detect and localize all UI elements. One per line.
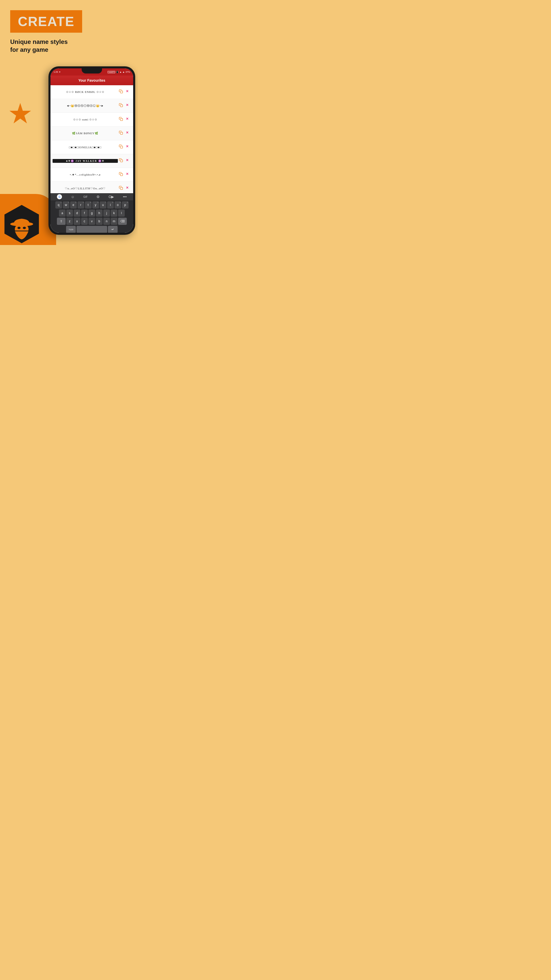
keyboard-row: q1w2e3r4t5y6u7i8o9p0 (52, 201, 132, 208)
delete-button[interactable] (125, 158, 131, 164)
list-item[interactable]: ◄•👑ⓂⒶⓃⒾⓂⒶⓁ👑•► (51, 99, 133, 113)
key-h[interactable]: h (96, 210, 103, 217)
list-item[interactable]: 🌿SÁM BØNEY🌿 (51, 127, 133, 140)
copy-button[interactable] (119, 186, 124, 191)
svg-rect-10 (121, 105, 123, 107)
key-j[interactable]: j (103, 210, 110, 217)
key-i[interactable]: i8 (107, 201, 114, 208)
phone-mockup: 1:25 ▾ VoWIFI 📳 ▲ ▲ 37% Your Favourites … (48, 66, 138, 240)
key-c[interactable]: c (81, 218, 88, 225)
star-decoration: ★ (8, 100, 33, 127)
fav-name-text: •.★*...crěighhtoN•.•.ø (52, 172, 118, 177)
gif-label[interactable]: GIF (83, 196, 88, 198)
svg-rect-7 (121, 91, 123, 93)
svg-rect-25 (121, 173, 123, 176)
status-time: 1:25 (54, 71, 58, 73)
fav-name-text: 🌿SÁM BØNEY🌿 (52, 130, 118, 136)
phone-notch (82, 68, 102, 73)
delete-button[interactable] (125, 89, 131, 95)
more-icon[interactable]: ••• (123, 195, 127, 199)
list-item[interactable]: ♣✳♒ JAY WALKER ♒✳ (51, 154, 133, 168)
fav-name-text: □■□■□IONELIA□■□■□ (52, 145, 118, 150)
phone-screen: 1:25 ▾ VoWIFI 📳 ▲ ▲ 37% Your Favourites … (51, 68, 133, 233)
key-a[interactable]: a (59, 210, 65, 217)
enter-key[interactable]: ↵ (108, 226, 118, 233)
fav-name-text: ✩☆✩ RØCK ENRØL ✩☆✩ (52, 89, 118, 95)
keyboard-row: asdfghjkl (52, 210, 132, 217)
phone-frame: 1:25 ▾ VoWIFI 📳 ▲ ▲ 37% Your Favourites … (48, 66, 135, 235)
key-k[interactable]: k (111, 210, 118, 217)
settings-icon[interactable]: ⚙ (97, 195, 100, 199)
list-item[interactable]: ♡o..oO♡LILLITH♡Oo..oO♡ (51, 182, 133, 192)
svg-rect-13 (121, 118, 123, 121)
symbol-key[interactable]: ?123 (66, 226, 76, 233)
delete-button[interactable] (125, 172, 131, 178)
favourites-list: ✩☆✩ RØCK ENRØL ✩☆✩◄•👑ⓂⒶⓃⒾⓂⒶⓁ👑•►✩☆✩ sumi … (51, 85, 133, 192)
app-logo (3, 204, 41, 242)
delete-button[interactable] (125, 117, 131, 123)
status-left: 1:25 ▾ (54, 71, 60, 73)
top-section: CREATE Unique name styles for any game (0, 0, 138, 61)
delete-button[interactable] (125, 130, 131, 136)
key-x[interactable]: x (74, 218, 80, 225)
backspace-key[interactable]: ⌫ (118, 218, 127, 225)
copy-button[interactable] (119, 158, 124, 164)
keyboard-rows: q1w2e3r4t5y6u7i8o9p0asdfghjkl⇧zxcvbnm⌫?1… (51, 200, 133, 233)
svg-rect-19 (121, 146, 123, 148)
key-q[interactable]: q1 (56, 201, 62, 208)
key-r[interactable]: r4 (78, 201, 84, 208)
app-header: Your Favourites (51, 76, 133, 85)
app-header-title: Your Favourites (78, 78, 105, 83)
list-item[interactable]: ✩☆✩ sumi ✩☆✩ (51, 113, 133, 127)
key-w[interactable]: w2 (63, 201, 69, 208)
svg-point-4 (17, 227, 21, 229)
wifi-icon: ▲ (119, 71, 122, 73)
key-d[interactable]: d (74, 210, 80, 217)
fav-name-text: ♡o..oO♡LILLITH♡Oo..oO♡ (52, 186, 118, 191)
list-item[interactable]: •.★*...crěighhtoN•.•.ø (51, 168, 133, 182)
key-v[interactable]: v (89, 218, 95, 225)
key-m[interactable]: m (111, 218, 118, 225)
key-o[interactable]: o9 (114, 201, 121, 208)
subtitle: Unique name styles for any game (10, 38, 127, 54)
key-s[interactable]: s (66, 210, 73, 217)
list-item[interactable]: ✩☆✩ RØCK ENRØL ✩☆✩ (51, 85, 133, 99)
svg-rect-22 (121, 160, 123, 162)
key-e[interactable]: e3 (70, 201, 77, 208)
key-f[interactable]: f (81, 210, 88, 217)
status-right: VoWIFI 📳 ▲ ▲ 37% (108, 71, 130, 73)
copy-button[interactable] (119, 145, 124, 150)
keyboard-area: G ☺ GIF ⚙ G▶ ••• q1w2e3r4t5y6u7i8o9p0asd… (51, 193, 133, 233)
copy-button[interactable] (119, 89, 124, 95)
key-p[interactable]: p0 (122, 201, 129, 208)
create-label: CREATE (18, 14, 75, 29)
emoji-icon[interactable]: ☺ (71, 195, 75, 199)
key-y[interactable]: y6 (92, 201, 99, 208)
list-item[interactable]: □■□■□IONELIA□■□■□ (51, 140, 133, 154)
battery-label: 37% (125, 71, 130, 73)
svg-rect-16 (121, 132, 123, 135)
copy-button[interactable] (119, 172, 124, 178)
google-icon[interactable]: G (57, 194, 62, 199)
create-badge: CREATE (10, 10, 82, 33)
copy-button[interactable] (119, 117, 124, 123)
delete-button[interactable] (125, 103, 131, 109)
shift-key[interactable]: ⇧ (57, 218, 65, 225)
copy-button[interactable] (119, 130, 124, 136)
vibrate-icon: 📳 (116, 71, 119, 73)
key-g[interactable]: g (89, 210, 95, 217)
translate-icon[interactable]: G▶ (109, 195, 114, 199)
delete-button[interactable] (125, 145, 131, 150)
copy-button[interactable] (119, 103, 124, 109)
key-u[interactable]: u7 (100, 201, 106, 208)
keyboard-row: ⇧zxcvbnm⌫ (52, 218, 132, 225)
key-z[interactable]: z (66, 218, 73, 225)
key-t[interactable]: t5 (85, 201, 92, 208)
delete-button[interactable] (125, 186, 131, 191)
key-l[interactable]: l (118, 210, 125, 217)
fav-name-text: ✩☆✩ sumi ✩☆✩ (52, 117, 118, 122)
svg-point-5 (23, 227, 26, 229)
space-key[interactable] (76, 226, 107, 233)
key-n[interactable]: n (103, 218, 110, 225)
key-b[interactable]: b (96, 218, 103, 225)
